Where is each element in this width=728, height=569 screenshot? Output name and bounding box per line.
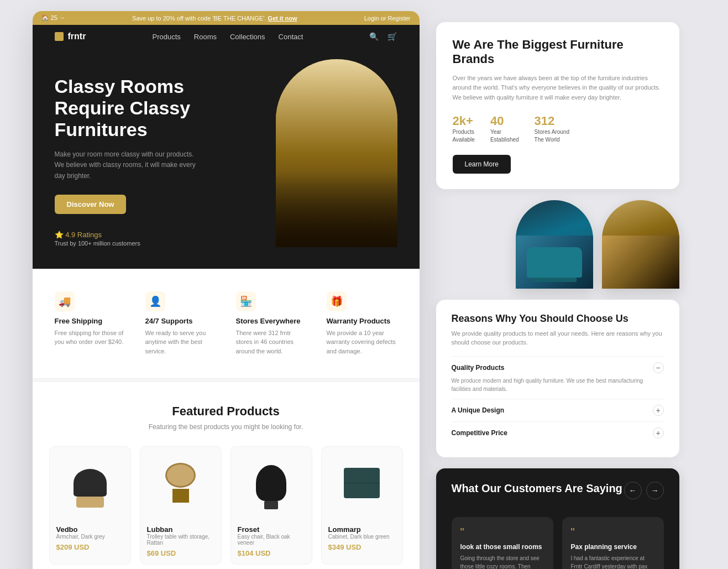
logo-text: frntr [68,32,86,41]
prev-arrow-button[interactable]: ← [624,482,642,499]
product-img-lommarp [322,447,402,519]
hero-headline: Classy Rooms Require Classy Furnitures [55,76,232,140]
nav-collections[interactable]: Collections [230,33,265,41]
nav-rooms[interactable]: Rooms [194,33,217,41]
stat-label-products: ProductsAvailable [453,128,475,144]
warranty-icon: 🎁 [327,291,347,311]
reason-item-price: Competitive Price + [452,421,664,444]
chair-vedbo-shape [74,469,107,497]
hero-section: Classy Rooms Require Classy Furnitures M… [33,48,420,269]
product-name-lubban: Lubban [147,525,214,534]
product-card-vedbo[interactable]: Vedbo Armchair, Dark grey $209 USD [49,446,131,565]
customers-card: What Our Customers Are Saying ← → " look… [436,468,679,569]
product-price-froset: $104 USD [238,549,305,557]
get-now-link[interactable]: Get it now [268,15,297,22]
product-info-froset: Froset Easy chair, Black oak veneer $104… [231,519,312,564]
feature-title-1: 24/7 Supports [145,317,216,325]
product-card-froset[interactable]: Froset Easy chair, Black oak veneer $104… [231,446,312,565]
arch-image-sofa [516,200,593,289]
reason-header-price: Competitive Price + [452,427,664,439]
feature-free-shipping: 🚚 Free Shipping Free shipping for those … [49,291,131,356]
reason-title-quality: Quality Products [452,364,505,372]
testimonial-title-1: look at those small rooms [460,543,544,551]
testimonial-2: " Pax planning service I had a fantastic… [562,517,664,569]
nav-icons: 🔍 🛒 [369,32,397,41]
nav-contact[interactable]: Contact [279,33,303,41]
quote-icon-2: " [571,526,655,539]
features-strip: 🚚 Free Shipping Free shipping for those … [33,269,420,378]
announcement-bar: 🏠 25 → Save up to 20% off with code 'BE … [33,11,420,25]
testimonial-title-2: Pax planning service [571,543,655,551]
customers-title: What Our Customers Are Saying [452,482,622,495]
hero-arch-image [276,59,397,247]
stat-label-year: YearEstablished [490,128,519,144]
product-card-lubban[interactable]: Lubban Trolley table with storage, Ratta… [140,446,222,565]
reason-title-price: Competitive Price [452,429,507,437]
cabinet-lommarp-shape [344,468,380,498]
feature-stores: 🏪 Stores Everywhere There were 312 frntr… [231,291,312,356]
next-arrow-button[interactable]: → [646,482,664,499]
nav-arrows: ← → [624,482,664,499]
kitchen-scene-2 [602,200,679,289]
feature-support: 👤 24/7 Supports We ready to serve you an… [140,291,222,356]
cart-icon[interactable]: 🛒 [387,32,397,41]
featured-subtitle: Featuring the best products you might be… [49,423,403,431]
reasons-subtitle: We provide quality products to meet all … [452,329,664,347]
product-desc-froset: Easy chair, Black oak veneer [238,534,305,546]
feature-title-0: Free Shipping [55,317,125,325]
product-info-lubban: Lubban Trolley table with storage, Ratta… [140,519,221,564]
featured-section: Featured Products Featuring the best pro… [33,378,420,569]
hero-rating: ⭐ 4.9 Ratings Trust by 100+ million cust… [55,231,232,247]
product-desc-lubban: Trolley table with storage, Rattan [147,534,214,546]
announcement-left: 🏠 25 → [41,14,65,22]
product-name-froset: Froset [238,525,305,534]
learn-more-button[interactable]: Learn More [453,155,511,174]
product-img-froset [231,447,312,519]
reason-toggle-quality[interactable]: − [653,362,664,373]
quote-icon-1: " [460,526,544,539]
stat-number-stores: 312 [535,114,569,128]
product-card-lommarp[interactable]: Lommarp Cabinet, Dark blue green $349 US… [321,446,403,565]
featured-title: Featured Products [49,404,403,419]
products-grid: Vedbo Armchair, Dark grey $209 USD Lu [49,446,403,565]
announcement-right[interactable]: Login or Register [364,15,411,22]
logo[interactable]: frntr [55,32,86,41]
brands-description: Over the years we have always been at th… [453,74,663,103]
trolley-base [172,489,189,503]
reason-item-design: A Unique Design + [452,399,664,421]
search-icon[interactable]: 🔍 [369,32,379,41]
reason-item-quality: Quality Products − We produce modern and… [452,356,664,399]
reason-title-design: A Unique Design [452,406,505,414]
store-icon: 🏪 [236,291,256,311]
feature-desc-1: We ready to serve you anytime with the b… [145,328,216,356]
product-price-lubban: $69 USD [147,549,214,557]
product-price-lommarp: $349 USD [328,543,396,551]
right-panel: We Are The Biggest Furniture Brands Over… [420,11,696,569]
brands-card: We Are The Biggest Furniture Brands Over… [436,22,679,189]
rating-stars: ⭐ 4.9 Ratings [55,231,102,239]
hero-description: Make your room more classy with our prod… [55,149,198,181]
reason-body-quality: We produce modern and high quality furni… [452,377,664,393]
shipping-icon: 🚚 [55,291,75,311]
reason-toggle-price[interactable]: + [653,427,664,439]
stat-number-year: 40 [490,114,519,128]
discover-now-button[interactable]: Discover Now [55,195,127,214]
product-info-lommarp: Lommarp Cabinet, Dark blue green $349 US… [322,519,402,558]
reason-header-quality: Quality Products − [452,362,664,373]
sofa-shape [527,247,582,278]
reason-toggle-design[interactable]: + [653,405,664,416]
hero-content: Classy Rooms Require Classy Furnitures M… [55,76,232,247]
product-name-vedbo: Vedbo [56,525,124,534]
feature-desc-2: There were 312 frntr stores in 46 countr… [236,328,307,356]
arch-image-kitchen [602,200,679,289]
stats-row: 2k+ ProductsAvailable 40 YearEstablished… [453,114,663,144]
stat-number-products: 2k+ [453,114,475,128]
website-mockup: 🏠 25 → Save up to 20% off with code 'BE … [33,11,420,569]
nav-links: Products Rooms Collections Contact [152,32,303,41]
arch-images-row [436,200,679,289]
nav-products[interactable]: Products [152,33,180,41]
feature-title-2: Stores Everywhere [236,317,307,325]
reasons-title: Reasons Why You Should Choose Us [452,313,664,325]
page-container: 🏠 25 → Save up to 20% off with code 'BE … [33,11,696,569]
testimonials-grid: " look at those small rooms Going throug… [452,517,664,569]
